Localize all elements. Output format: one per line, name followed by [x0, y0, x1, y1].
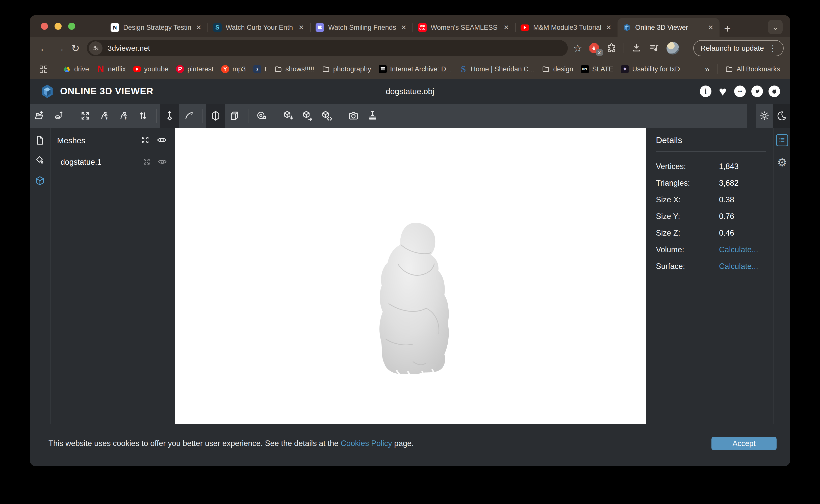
tab-online-3d-viewer[interactable]: Online 3D Viewer ✕	[618, 18, 720, 37]
tab-curb-your-enthusiasm[interactable]: S Watch Curb Your Enthusia ✕	[208, 18, 310, 37]
toolbar-separator	[156, 109, 156, 123]
toolbar-right-icons: ☆ 2 Relaunch	[573, 40, 784, 56]
bookmarks-overflow-icon[interactable]: »	[705, 65, 710, 74]
close-icon[interactable]: ✕	[502, 24, 510, 32]
calculate-volume-link[interactable]: Calculate...	[719, 245, 758, 254]
twitter-icon[interactable]	[751, 86, 763, 97]
viewer-content: Meshes dogstatue.1	[30, 128, 790, 424]
tab-youtube-tutorial[interactable]: M&M Module3 Tutorial4 - ✕	[515, 18, 618, 37]
mesh-list-item[interactable]: dogstatue.1	[57, 157, 167, 167]
details-value: 3,682	[719, 179, 739, 188]
tab-smiling-friends[interactable]: Watch Smiling Friends Se ✕	[311, 18, 413, 37]
bookmark-mp3[interactable]: Y mp3	[221, 65, 246, 73]
bookmark-netflix[interactable]: N netflix	[97, 65, 126, 73]
extensions-icon[interactable]	[606, 43, 617, 54]
details-row-volume: Volume: Calculate...	[656, 241, 766, 258]
forward-button: →	[52, 43, 68, 54]
bookmark-youtube[interactable]: youtube	[133, 65, 168, 73]
close-window-button[interactable]	[41, 23, 48, 30]
up-vector-y-button[interactable]: Y	[95, 104, 114, 128]
show-hide-mesh-icon[interactable]	[157, 157, 167, 167]
heart-icon[interactable]: ♥	[717, 86, 729, 97]
minimize-window-button[interactable]	[54, 23, 62, 30]
tab-design-strategy[interactable]: N Design Strategy Testing p ✕	[105, 18, 208, 37]
relaunch-to-update-button[interactable]: Relaunch to update ⋮	[693, 40, 784, 56]
toolbar-gap	[747, 104, 756, 128]
fit-model-button[interactable]	[76, 104, 95, 128]
extension-badge: 2	[596, 49, 603, 56]
measure-button[interactable]	[252, 104, 271, 128]
bookmark-design-folder[interactable]: design	[542, 65, 573, 73]
info-icon[interactable]: i	[700, 86, 712, 97]
bookmark-star-icon[interactable]: ☆	[573, 42, 582, 54]
dog-statue-model	[373, 220, 456, 377]
embed-button[interactable]	[317, 104, 336, 128]
materials-panel-button[interactable]	[35, 155, 45, 166]
bookmark-slate[interactable]: D2L SLATE	[581, 65, 613, 73]
media-controls-icon[interactable]	[649, 42, 660, 54]
tab-search-button[interactable]: ⌄	[768, 20, 783, 34]
bookmark-t[interactable]: › t	[253, 65, 267, 73]
bookmark-shows-folder[interactable]: shows!!!!!	[274, 65, 314, 73]
reload-button[interactable]: ↻	[68, 42, 83, 54]
apps-grid-icon[interactable]	[40, 66, 47, 73]
close-icon[interactable]: ✕	[195, 24, 202, 32]
bounding-box-button[interactable]	[225, 104, 245, 128]
bookmark-pinterest[interactable]: P pinterest	[176, 65, 214, 73]
meshes-panel-button[interactable]	[35, 176, 45, 187]
right-sidebar: ⚙	[774, 128, 790, 424]
files-panel-button[interactable]	[35, 135, 45, 146]
uniqlo-icon: UNIQLO	[418, 23, 427, 32]
site-brand[interactable]: ONLINE 3D VIEWER	[40, 84, 153, 99]
bookmark-internet-archive[interactable]: Internet Archive: D...	[379, 65, 452, 73]
calculate-surface-link[interactable]: Calculate...	[719, 262, 758, 271]
show-hide-all-icon[interactable]	[156, 135, 167, 146]
open-url-button[interactable]	[49, 104, 68, 128]
bookmark-usability-ixd[interactable]: ✦ Usability for IxD	[621, 65, 680, 73]
back-button[interactable]: ←	[36, 43, 52, 54]
adblock-extension-icon[interactable]: 2	[589, 43, 599, 53]
bookmark-label: netflix	[108, 65, 126, 73]
new-tab-button[interactable]: +	[724, 23, 731, 34]
accept-button[interactable]: Accept	[712, 437, 777, 450]
toolbar-separator	[248, 109, 249, 123]
bookmark-sheridan[interactable]: S Home | Sheridan C...	[459, 65, 534, 73]
profile-avatar[interactable]	[667, 42, 679, 54]
details-panel-button[interactable]	[776, 134, 788, 146]
close-icon[interactable]: ✕	[400, 24, 407, 32]
settings-gear-icon[interactable]: ⚙	[777, 157, 787, 168]
share-button[interactable]	[298, 104, 317, 128]
export-download-button[interactable]	[279, 104, 298, 128]
model-viewport[interactable]	[175, 128, 646, 424]
github-icon[interactable]	[769, 86, 780, 97]
flip-up-vector-button[interactable]	[133, 104, 152, 128]
close-icon[interactable]: ✕	[605, 24, 612, 32]
fit-mesh-icon[interactable]	[142, 157, 151, 167]
fit-all-meshes-icon[interactable]	[140, 135, 150, 146]
3d-print-button[interactable]	[363, 104, 382, 128]
site-settings-icon[interactable]	[89, 41, 102, 55]
shading-mode-button[interactable]	[206, 104, 225, 128]
zoom-window-button[interactable]	[68, 23, 75, 30]
svg-text:Y: Y	[105, 117, 108, 121]
bookmark-label: Usability for IxD	[632, 65, 680, 73]
light-theme-button[interactable]	[756, 104, 773, 128]
tab-uniqlo[interactable]: UNIQLO Women's SEAMLESS DOV ✕	[413, 18, 515, 37]
chrome-menu-icon[interactable]: ⋮	[769, 44, 777, 53]
screenshot-button[interactable]	[344, 104, 363, 128]
downloads-icon[interactable]	[631, 42, 642, 54]
dark-theme-button[interactable]	[773, 104, 790, 128]
open-file-button[interactable]	[30, 104, 49, 128]
fix-up-vector-button[interactable]	[160, 104, 179, 128]
free-orbit-button[interactable]	[179, 104, 198, 128]
address-bar[interactable]: 3dviewer.net	[87, 40, 568, 56]
up-vector-z-button[interactable]: Z	[114, 104, 133, 128]
close-icon[interactable]: ✕	[707, 24, 715, 32]
all-bookmarks-button[interactable]: All Bookmarks	[725, 65, 780, 73]
bookmark-photography-folder[interactable]: photography	[322, 65, 371, 73]
bookmark-drive[interactable]: drive	[63, 65, 89, 73]
chat-icon[interactable]: •••	[734, 86, 746, 97]
cookies-policy-link[interactable]: Cookies Policy	[341, 439, 392, 448]
toolbar-separator	[202, 109, 202, 123]
close-icon[interactable]: ✕	[297, 24, 305, 32]
